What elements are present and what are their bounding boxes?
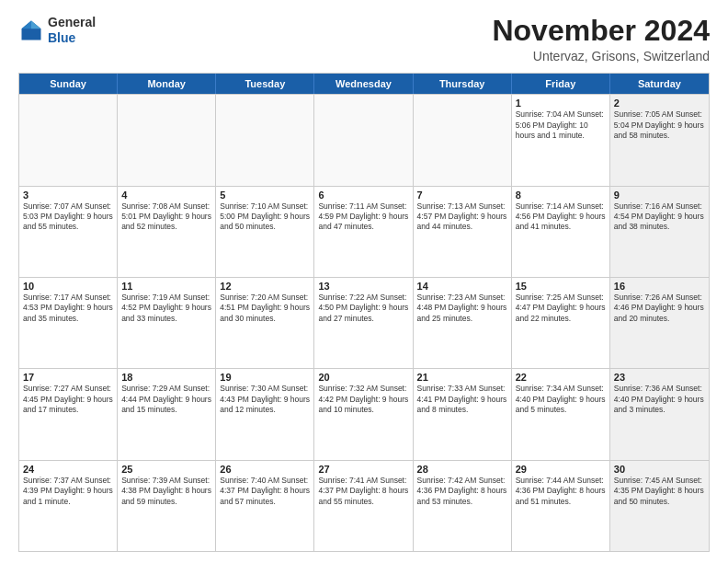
cell-info: Sunrise: 7:08 AM Sunset: 5:01 PM Dayligh… (121, 201, 211, 233)
cal-cell (118, 95, 216, 185)
cell-info: Sunrise: 7:05 AM Sunset: 5:04 PM Dayligh… (614, 109, 705, 141)
day-number: 17 (23, 372, 113, 383)
cell-info: Sunrise: 7:37 AM Sunset: 4:39 PM Dayligh… (23, 476, 113, 507)
cell-info: Sunrise: 7:19 AM Sunset: 4:52 PM Dayligh… (121, 293, 211, 324)
cell-info: Sunrise: 7:39 AM Sunset: 4:38 PM Dayligh… (121, 476, 211, 507)
day-number: 18 (121, 372, 211, 383)
calendar-body: 1Sunrise: 7:04 AM Sunset: 5:06 PM Daylig… (19, 94, 709, 551)
cell-info: Sunrise: 7:23 AM Sunset: 4:48 PM Dayligh… (417, 293, 507, 324)
cell-info: Sunrise: 7:32 AM Sunset: 4:42 PM Dayligh… (318, 384, 408, 415)
day-number: 6 (318, 190, 408, 201)
cal-row-1: 1Sunrise: 7:04 AM Sunset: 5:06 PM Daylig… (19, 94, 709, 185)
cell-info: Sunrise: 7:22 AM Sunset: 4:50 PM Dayligh… (318, 293, 408, 324)
cal-cell: 27Sunrise: 7:41 AM Sunset: 4:37 PM Dayli… (314, 461, 413, 551)
day-number: 12 (220, 281, 310, 292)
svg-marker-2 (22, 20, 32, 29)
day-number: 5 (220, 190, 310, 201)
cell-info: Sunrise: 7:26 AM Sunset: 4:46 PM Dayligh… (614, 293, 705, 324)
page: General Blue November 2024 Untervaz, Gri… (0, 0, 728, 563)
day-number: 22 (516, 372, 606, 383)
cell-info: Sunrise: 7:34 AM Sunset: 4:40 PM Dayligh… (516, 384, 606, 415)
cal-cell: 22Sunrise: 7:34 AM Sunset: 4:40 PM Dayli… (512, 369, 610, 459)
cell-info: Sunrise: 7:10 AM Sunset: 5:00 PM Dayligh… (220, 201, 310, 233)
cal-cell: 24Sunrise: 7:37 AM Sunset: 4:39 PM Dayli… (19, 461, 118, 551)
cell-info: Sunrise: 7:04 AM Sunset: 5:06 PM Dayligh… (516, 109, 606, 141)
cell-info: Sunrise: 7:11 AM Sunset: 4:59 PM Dayligh… (318, 201, 408, 233)
cell-info: Sunrise: 7:40 AM Sunset: 4:37 PM Dayligh… (220, 476, 310, 507)
cal-cell: 18Sunrise: 7:29 AM Sunset: 4:44 PM Dayli… (118, 369, 216, 459)
day-number: 13 (318, 281, 408, 292)
cal-cell: 15Sunrise: 7:25 AM Sunset: 4:47 PM Dayli… (512, 278, 610, 368)
cal-cell: 20Sunrise: 7:32 AM Sunset: 4:42 PM Dayli… (314, 369, 413, 459)
cal-row-2: 3Sunrise: 7:07 AM Sunset: 5:03 PM Daylig… (19, 186, 709, 277)
day-number: 26 (220, 464, 310, 475)
day-of-week-saturday: Saturday (610, 74, 709, 94)
day-number: 10 (23, 281, 113, 292)
cal-cell: 30Sunrise: 7:45 AM Sunset: 4:35 PM Dayli… (610, 461, 709, 551)
logo-icon (18, 17, 44, 43)
cell-info: Sunrise: 7:20 AM Sunset: 4:51 PM Dayligh… (220, 293, 310, 324)
cal-cell: 14Sunrise: 7:23 AM Sunset: 4:48 PM Dayli… (414, 278, 512, 368)
header: General Blue November 2024 Untervaz, Gri… (18, 15, 710, 63)
day-number: 8 (516, 190, 606, 201)
day-of-week-thursday: Thursday (414, 74, 512, 94)
cal-cell: 10Sunrise: 7:17 AM Sunset: 4:53 PM Dayli… (19, 278, 118, 368)
title-block: November 2024 Untervaz, Grisons, Switzer… (492, 15, 710, 63)
day-number: 3 (23, 190, 113, 201)
cal-cell: 12Sunrise: 7:20 AM Sunset: 4:51 PM Dayli… (216, 278, 314, 368)
day-number: 15 (516, 281, 606, 292)
day-number: 1 (516, 98, 606, 109)
day-number: 23 (614, 372, 705, 383)
day-of-week-friday: Friday (512, 74, 610, 94)
cell-info: Sunrise: 7:45 AM Sunset: 4:35 PM Dayligh… (614, 476, 705, 507)
day-number: 11 (121, 281, 211, 292)
day-number: 30 (614, 464, 705, 475)
cell-info: Sunrise: 7:33 AM Sunset: 4:41 PM Dayligh… (417, 384, 507, 415)
cal-cell: 9Sunrise: 7:16 AM Sunset: 4:54 PM Daylig… (610, 187, 709, 277)
cal-cell: 3Sunrise: 7:07 AM Sunset: 5:03 PM Daylig… (19, 187, 118, 277)
day-number: 27 (318, 464, 408, 475)
cell-info: Sunrise: 7:27 AM Sunset: 4:45 PM Dayligh… (23, 384, 113, 415)
cal-row-4: 17Sunrise: 7:27 AM Sunset: 4:45 PM Dayli… (19, 368, 709, 459)
cal-cell: 17Sunrise: 7:27 AM Sunset: 4:45 PM Dayli… (19, 369, 118, 459)
cal-cell: 28Sunrise: 7:42 AM Sunset: 4:36 PM Dayli… (414, 461, 512, 551)
cell-info: Sunrise: 7:42 AM Sunset: 4:36 PM Dayligh… (417, 476, 507, 507)
cal-cell: 2Sunrise: 7:05 AM Sunset: 5:04 PM Daylig… (610, 95, 709, 185)
day-number: 29 (516, 464, 606, 475)
day-of-week-monday: Monday (118, 74, 216, 94)
calendar: SundayMondayTuesdayWednesdayThursdayFrid… (18, 73, 710, 552)
day-number: 16 (614, 281, 705, 292)
cal-cell: 19Sunrise: 7:30 AM Sunset: 4:43 PM Dayli… (216, 369, 314, 459)
cal-cell: 21Sunrise: 7:33 AM Sunset: 4:41 PM Dayli… (414, 369, 512, 459)
day-number: 20 (318, 372, 408, 383)
cal-cell (414, 95, 512, 185)
cal-cell: 4Sunrise: 7:08 AM Sunset: 5:01 PM Daylig… (118, 187, 216, 277)
day-number: 19 (220, 372, 310, 383)
cell-info: Sunrise: 7:30 AM Sunset: 4:43 PM Dayligh… (220, 384, 310, 415)
day-number: 4 (121, 190, 211, 201)
cal-cell (216, 95, 314, 185)
cal-cell: 23Sunrise: 7:36 AM Sunset: 4:40 PM Dayli… (610, 369, 709, 459)
cell-info: Sunrise: 7:13 AM Sunset: 4:57 PM Dayligh… (417, 201, 507, 233)
location: Untervaz, Grisons, Switzerland (492, 49, 710, 63)
day-number: 9 (614, 190, 705, 201)
cal-cell (19, 95, 118, 185)
logo: General Blue (18, 15, 96, 46)
calendar-header: SundayMondayTuesdayWednesdayThursdayFrid… (19, 74, 709, 94)
cal-cell: 1Sunrise: 7:04 AM Sunset: 5:06 PM Daylig… (512, 95, 610, 185)
cell-info: Sunrise: 7:41 AM Sunset: 4:37 PM Dayligh… (318, 476, 408, 507)
month-title: November 2024 (492, 15, 710, 47)
svg-marker-1 (31, 20, 41, 29)
cell-info: Sunrise: 7:07 AM Sunset: 5:03 PM Dayligh… (23, 201, 113, 233)
day-of-week-tuesday: Tuesday (216, 74, 314, 94)
cal-cell: 25Sunrise: 7:39 AM Sunset: 4:38 PM Dayli… (118, 461, 216, 551)
day-number: 7 (417, 190, 507, 201)
cal-cell: 16Sunrise: 7:26 AM Sunset: 4:46 PM Dayli… (610, 278, 709, 368)
logo-general: General (48, 15, 96, 30)
cell-info: Sunrise: 7:29 AM Sunset: 4:44 PM Dayligh… (121, 384, 211, 415)
day-of-week-wednesday: Wednesday (314, 74, 413, 94)
cal-cell: 6Sunrise: 7:11 AM Sunset: 4:59 PM Daylig… (314, 187, 413, 277)
cal-cell: 26Sunrise: 7:40 AM Sunset: 4:37 PM Dayli… (216, 461, 314, 551)
cal-cell: 7Sunrise: 7:13 AM Sunset: 4:57 PM Daylig… (414, 187, 512, 277)
cal-cell: 8Sunrise: 7:14 AM Sunset: 4:56 PM Daylig… (512, 187, 610, 277)
